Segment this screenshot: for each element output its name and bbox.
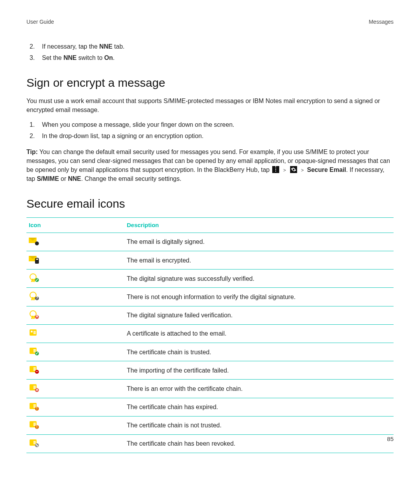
tip-paragraph: Tip: You can change the default email se… [26,147,394,184]
table-row: The email is encrypted. [26,251,394,270]
table-row: ✓The digital signature was successfully … [26,270,394,288]
description-cell: The digital signature was successfully v… [124,270,394,288]
signature-verified-icon: ✓ [29,273,38,281]
list-item: If necessary, tap the NNE tab. [42,42,394,51]
header-right: Messages [369,18,394,26]
icon-cell: ? [26,288,124,306]
list-item: When you compose a message, slide your f… [42,120,394,129]
icon-cell: ✕ [26,380,124,398]
icon-cell: − [26,361,124,380]
description-cell: The digital signature failed verificatio… [124,306,394,324]
sign-encrypt-intro: You must use a work email account that s… [26,96,394,114]
cert-chain-expired-icon: ! [29,402,38,410]
envelope-signed-icon [29,237,38,245]
certificate-attached-icon [29,329,38,336]
tip-or: or [59,175,68,182]
page-number: 85 [387,435,394,443]
description-cell: The importing of the certificate failed. [124,361,394,380]
gear-icon [290,166,297,173]
description-cell: There is an error with the certificate c… [124,380,394,398]
table-header-row: Icon Description [26,218,394,233]
heading-sign-encrypt: Sign or encrypt a message [26,74,394,91]
table-row: !The certificate chain is not trusted. [26,416,394,434]
signature-failed-icon: ✕ [29,310,38,318]
col-description: Description [124,218,394,233]
envelope-encrypted-icon [29,255,38,263]
table-row: ✕There is an error with the certificate … [26,380,394,398]
more-icon [272,166,279,173]
col-icon: Icon [26,218,124,233]
pre-steps-list: If necessary, tap the NNE tab.Set the NN… [26,42,394,62]
icon-cell: ✓ [26,343,124,361]
chevron-right-icon: > [283,168,286,173]
table-row: !The certificate chain has expired. [26,398,394,416]
icon-cell: ! [26,416,124,434]
icon-cell: ✕ [26,306,124,324]
running-head: User Guide Messages [26,18,394,26]
table-row: ✓The certificate chain is trusted. [26,343,394,361]
description-cell: The certificate chain has been revoked. [124,434,394,453]
icon-cell: ✓ [26,270,124,288]
table-row: A certificate is attached to the email. [26,324,394,343]
secure-email-bold: Secure Email [307,166,346,173]
tip-label: Tip: [26,149,38,155]
table-row: ?There is not enough information to veri… [26,288,394,306]
cert-chain-revoked-icon [29,439,38,446]
cert-chain-trusted-icon: ✓ [29,347,38,355]
chevron-right-icon: > [301,168,304,173]
list-item: Set the NNE switch to On. [42,53,394,62]
signature-unknown-icon: ? [29,292,38,299]
icon-cell [26,434,124,453]
nne-bold: NNE [68,175,81,182]
description-cell: There is not enough information to verif… [124,288,394,306]
icon-cell: ! [26,398,124,416]
secure-email-icons-table: Icon Description The email is digitally … [26,217,394,453]
heading-secure-email-icons: Secure email icons [26,195,394,212]
table-row: ✕The digital signature failed verificati… [26,306,394,324]
smime-bold: S/MIME [37,175,59,182]
cert-chain-untrusted-icon: ! [29,420,38,428]
description-cell: A certificate is attached to the email. [124,324,394,343]
icon-cell [26,251,124,270]
icon-cell [26,233,124,251]
description-cell: The email is digitally signed. [124,233,394,251]
description-cell: The certificate chain is trusted. [124,343,394,361]
list-item: In the drop-down list, tap a signing or … [42,131,394,140]
description-cell: The email is encrypted. [124,251,394,270]
cert-import-failed-icon: − [29,365,38,373]
table-row: The email is digitally signed. [26,233,394,251]
sign-encrypt-steps: When you compose a message, slide your f… [26,120,394,140]
table-row: −The importing of the certificate failed… [26,361,394,380]
icon-cell [26,324,124,343]
description-cell: The certificate chain is not trusted. [124,416,394,434]
table-row: The certificate chain has been revoked. [26,434,394,453]
page: User Guide Messages If necessary, tap th… [0,0,420,504]
description-cell: The certificate chain has expired. [124,398,394,416]
header-left: User Guide [26,18,54,26]
cert-chain-error-icon: ✕ [29,383,38,391]
tip-tail: . Change the email security settings. [81,175,181,182]
